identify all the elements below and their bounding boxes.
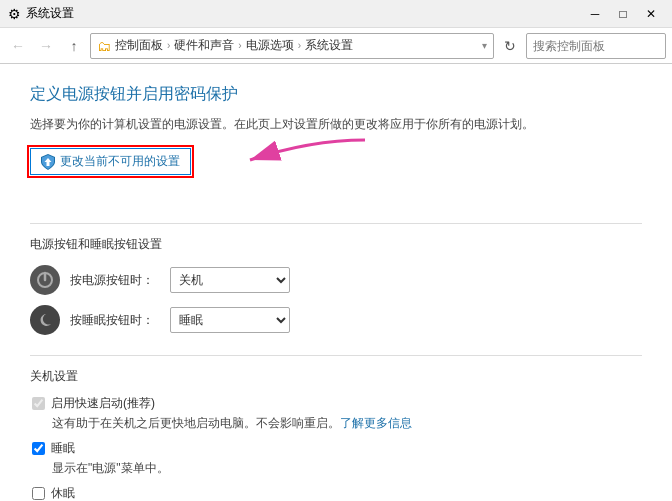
sleep-item: 睡眠 显示在"电源"菜单中。	[32, 440, 642, 477]
forward-button[interactable]: →	[34, 34, 58, 58]
fast-startup-label: 启用快速启动(推荐)	[51, 395, 155, 412]
up-button[interactable]: ↑	[62, 34, 86, 58]
address-path: 🗂 控制面板 › 硬件和声音 › 电源选项 › 系统设置 ▾	[90, 33, 494, 59]
search-input[interactable]	[526, 33, 666, 59]
title-bar-icon: ⚙	[8, 6, 21, 22]
fast-startup-desc: 这有助于在关机之后更快地启动电脑。不会影响重启。了解更多信息	[52, 414, 642, 432]
hibernate-checkbox-label: 休眠	[51, 485, 75, 501]
folder-icon: 🗂	[97, 38, 111, 54]
shield-icon	[41, 154, 55, 170]
hibernate-row: 休眠	[32, 485, 642, 501]
sleep-checkbox[interactable]	[32, 442, 45, 455]
power-button-label: 按电源按钮时：	[70, 272, 160, 289]
power-button-select[interactable]: 关机 睡眠 休眠 不采取任何措施	[170, 267, 290, 293]
sleep-button-select[interactable]: 睡眠 关机 休眠 不采取任何措施	[170, 307, 290, 333]
main-content: 定义电源按钮并启用密码保护 选择要为你的计算机设置的电源设置。在此页上对设置所做…	[0, 64, 672, 501]
sleep-button-label: 按睡眠按钮时：	[70, 312, 160, 329]
section-divider-2	[30, 355, 642, 356]
shutdown-title: 关机设置	[30, 368, 642, 385]
fast-startup-row: 启用快速启动(推荐)	[32, 395, 642, 412]
title-bar-text: 系统设置	[26, 5, 74, 22]
change-settings-label: 更改当前不可用的设置	[60, 153, 180, 170]
fast-startup-item: 启用快速启动(推荐) 这有助于在关机之后更快地启动电脑。不会影响重启。了解更多信…	[32, 395, 642, 432]
hibernate-item: 休眠 显示在"电源"菜单中。	[32, 485, 642, 501]
power-icon	[30, 265, 60, 295]
sleep-icon	[30, 305, 60, 335]
path-sep-1: ›	[167, 40, 170, 51]
path-sep-3: ›	[298, 40, 301, 51]
path-controlpanel[interactable]: 控制面板	[115, 37, 163, 54]
power-settings-section: 电源按钮和睡眠按钮设置 按电源按钮时： 关机 睡眠 休眠	[30, 236, 642, 335]
sleep-checkbox-desc: 显示在"电源"菜单中。	[52, 459, 642, 477]
power-settings-rows: 按电源按钮时： 关机 睡眠 休眠 不采取任何措施 按睡眠按	[30, 265, 642, 335]
power-button-row: 按电源按钮时： 关机 睡眠 休眠 不采取任何措施	[30, 265, 642, 295]
path-dropdown-icon[interactable]: ▾	[482, 40, 487, 51]
pink-arrow-annotation	[230, 135, 370, 178]
shutdown-section: 关机设置 启用快速启动(推荐) 这有助于在关机之后更快地启动电脑。不会影响重启。…	[30, 368, 642, 501]
fast-startup-checkbox[interactable]	[32, 397, 45, 410]
maximize-button[interactable]: □	[610, 4, 636, 24]
learn-more-link[interactable]: 了解更多信息	[340, 416, 412, 430]
title-bar: ⚙ 系统设置 ─ □ ✕	[0, 0, 672, 28]
address-bar: ← → ↑ 🗂 控制面板 › 硬件和声音 › 电源选项 › 系统设置 ▾ ↻	[0, 28, 672, 64]
refresh-button[interactable]: ↻	[498, 34, 522, 58]
page-title: 定义电源按钮并启用密码保护	[30, 84, 642, 105]
sleep-checkbox-label: 睡眠	[51, 440, 75, 457]
path-sep-2: ›	[238, 40, 241, 51]
page-description: 选择要为你的计算机设置的电源设置。在此页上对设置所做的更改将应用于你所有的电源计…	[30, 115, 642, 134]
section-divider-1	[30, 223, 642, 224]
path-power[interactable]: 电源选项	[246, 37, 294, 54]
hibernate-checkbox[interactable]	[32, 487, 45, 500]
path-system[interactable]: 系统设置	[305, 37, 353, 54]
power-settings-title: 电源按钮和睡眠按钮设置	[30, 236, 642, 253]
minimize-button[interactable]: ─	[582, 4, 608, 24]
change-settings-button[interactable]: 更改当前不可用的设置	[30, 148, 191, 175]
close-button[interactable]: ✕	[638, 4, 664, 24]
sleep-row: 睡眠	[32, 440, 642, 457]
path-hardware[interactable]: 硬件和声音	[174, 37, 234, 54]
sleep-button-row: 按睡眠按钮时： 睡眠 关机 休眠 不采取任何措施	[30, 305, 642, 335]
back-button[interactable]: ←	[6, 34, 30, 58]
